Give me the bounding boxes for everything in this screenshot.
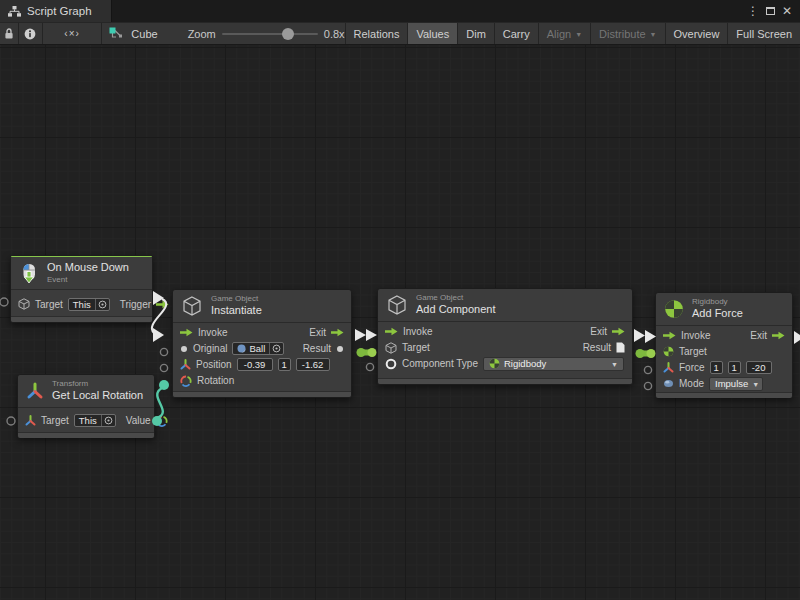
graph-object-label[interactable]: Cube: [131, 28, 157, 40]
object-picker-icon[interactable]: [269, 343, 283, 354]
tab-script-graph[interactable]: Script Graph: [0, 0, 112, 22]
tab-title: Script Graph: [27, 5, 92, 17]
node-get-local-rotation[interactable]: Transform Get Local Rotation Target: [17, 374, 155, 438]
chevron-down-icon: ▼: [650, 31, 657, 38]
node-subtitle: Game Object: [416, 293, 496, 303]
fullscreen-button[interactable]: Full Screen: [728, 23, 800, 44]
code-view-button[interactable]: ‹×›: [43, 23, 103, 44]
info-button[interactable]: [19, 23, 43, 44]
node-subtitle: Event: [47, 275, 129, 285]
node-subtitle: Transform: [52, 379, 143, 389]
chevron-down-icon: ▼: [575, 31, 582, 38]
component-file-icon[interactable]: [616, 342, 625, 353]
wire-exit-offscreen[interactable]: [794, 331, 800, 344]
node-add-component[interactable]: Game Object Add Component Invoke Exit: [377, 288, 633, 385]
port-label-target: Target: [35, 299, 63, 310]
component-type-dropdown[interactable]: Rigidbody ▼: [483, 357, 624, 371]
flow-arrow-icon[interactable]: [180, 328, 193, 337]
object-picker-icon[interactable]: [101, 415, 115, 426]
port-label-exit: Exit: [590, 326, 607, 337]
target-this-field[interactable]: This: [68, 298, 110, 311]
relations-button[interactable]: Relations: [346, 23, 409, 44]
node-title: Get Local Rotation: [52, 389, 143, 403]
port-label-target: Target: [402, 342, 430, 353]
zoom-slider-thumb[interactable]: [282, 28, 294, 40]
dim-button[interactable]: Dim: [458, 23, 495, 44]
rigidbody-icon: [663, 346, 674, 357]
graph-context: Cube Zoom 0.8x: [102, 23, 345, 44]
object-picker-icon[interactable]: [95, 299, 109, 310]
wire-result-to-target-1[interactable]: [357, 348, 377, 357]
port-add-force-mode[interactable]: [644, 382, 651, 389]
node-subtitle: Game Object: [211, 294, 262, 304]
rotation-icon: [180, 375, 192, 387]
port-instantiate-original[interactable]: [160, 348, 167, 355]
title-bar: Script Graph ⋮ ✕: [0, 0, 800, 22]
port-label-invoke: Invoke: [681, 330, 710, 341]
flow-arrow-icon[interactable]: [772, 331, 785, 340]
carry-button[interactable]: Carry: [495, 23, 539, 44]
window-menu-icon[interactable]: ⋮: [747, 5, 759, 17]
wire-result-to-target-2[interactable]: [636, 349, 656, 358]
transform-axes-icon: [25, 415, 36, 426]
flow-arrow-icon[interactable]: [612, 327, 625, 336]
vector3-icon: [180, 359, 191, 370]
flow-arrow-icon[interactable]: [331, 328, 344, 337]
force-y-field[interactable]: 1: [728, 361, 741, 374]
port-label-position: Position: [196, 359, 232, 370]
node-title: Add Force: [692, 307, 743, 321]
node-instantiate[interactable]: Game Object Instantiate Invoke Exit: [172, 289, 352, 398]
type-ring-icon[interactable]: [385, 358, 397, 370]
flow-arrow-icon[interactable]: [663, 331, 676, 340]
flow-arrow-icon[interactable]: [156, 300, 169, 309]
lock-icon: [4, 28, 14, 40]
value-port-dot-icon[interactable]: [336, 345, 344, 353]
port-label-exit: Exit: [309, 327, 326, 338]
graph-canvas[interactable]: On Mouse Down Event Target This: [0, 45, 800, 600]
value-port-dot-icon[interactable]: [180, 345, 188, 353]
port-label-trigger: Trigger: [120, 299, 151, 310]
port-label-original: Original: [193, 343, 227, 354]
port-on-mouse-down-target[interactable]: [0, 298, 8, 306]
port-get-local-rotation-target[interactable]: [7, 417, 15, 425]
lock-button[interactable]: [0, 23, 19, 44]
position-y-field[interactable]: 1: [278, 358, 291, 371]
window-maximize-icon[interactable]: [766, 7, 775, 15]
node-add-force[interactable]: Rigidbody Add Force Invoke Exit: [655, 292, 793, 398]
port-label-result: Result: [303, 343, 331, 354]
force-x-field[interactable]: 1: [710, 361, 723, 374]
distribute-button[interactable]: Distribute ▼: [591, 23, 665, 44]
force-mode-dropdown[interactable]: Impulse ▼: [709, 377, 763, 391]
overview-button[interactable]: Overview: [666, 23, 729, 44]
node-title: Instantiate: [211, 304, 262, 318]
rotation-icon[interactable]: [156, 415, 168, 427]
cube-outline-icon: [18, 298, 30, 310]
target-this-field[interactable]: This: [74, 414, 116, 427]
position-x-field[interactable]: -0.39: [237, 358, 273, 371]
wire-exit-to-invoke-2[interactable]: [634, 329, 656, 343]
wire-exit-to-invoke-1[interactable]: [355, 329, 377, 341]
port-add-component-type[interactable]: [366, 363, 373, 370]
cube-wireframe-icon: [181, 295, 203, 317]
script-graph-window: Script Graph ⋮ ✕: [0, 0, 800, 600]
position-z-field[interactable]: -1.62: [296, 358, 330, 371]
sphere-icon: [237, 344, 246, 353]
info-icon: [24, 28, 36, 40]
cube-wireframe-icon: [386, 294, 408, 316]
graph-target-icon: [109, 27, 123, 40]
node-footer: [378, 378, 632, 384]
force-z-field[interactable]: -20: [746, 361, 772, 374]
node-footer: [11, 316, 152, 322]
vector3-icon: [663, 362, 674, 373]
port-label-invoke: Invoke: [403, 326, 432, 337]
window-close-icon[interactable]: ✕: [782, 5, 792, 17]
flow-arrow-icon[interactable]: [385, 327, 398, 336]
port-add-force-force[interactable]: [644, 366, 651, 373]
zoom-slider[interactable]: [222, 33, 318, 35]
original-object-field[interactable]: Ball: [232, 342, 284, 355]
values-button[interactable]: Values: [408, 23, 458, 44]
node-on-mouse-down[interactable]: On Mouse Down Event Target This: [10, 255, 153, 323]
align-button[interactable]: Align ▼: [539, 23, 591, 44]
port-instantiate-position[interactable]: [160, 364, 167, 371]
port-label-exit: Exit: [750, 330, 767, 341]
